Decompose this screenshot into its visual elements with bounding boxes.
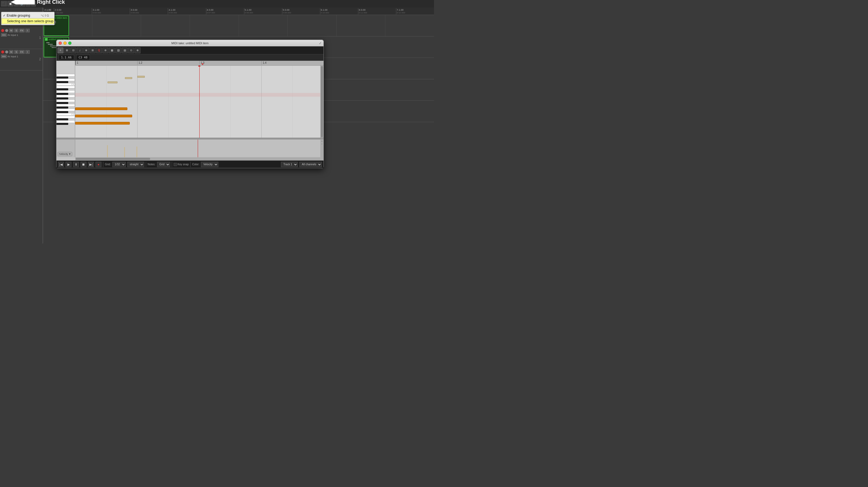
midi-tool-8[interactable]: ⊛ <box>102 48 108 53</box>
velocity-zoom-out[interactable]: − <box>321 143 323 145</box>
grid-select[interactable]: 1/32 1/16 1/8 <box>113 162 126 167</box>
midi-titlebar: MIDI take: untitled MIDI item ⤢ <box>57 40 323 46</box>
midi-tool-9[interactable]: ▦ <box>109 48 115 53</box>
track-s-btn-1[interactable]: S <box>14 29 19 32</box>
piano-key-c4[interactable]: C4 <box>57 83 75 86</box>
toolbar-btn-3[interactable]: ✂ <box>14 1 19 6</box>
piano-key-db3[interactable] <box>57 111 68 113</box>
track-in-label-2: IN <box>7 55 10 58</box>
transport-stop[interactable]: ⏹ <box>81 162 86 167</box>
piano-key-b2[interactable] <box>57 116 75 118</box>
toolbar-btn-2[interactable]: 🔲 <box>7 1 13 6</box>
midi-note-c3-2[interactable] <box>75 122 130 124</box>
midi-tool-12[interactable]: ⊙ <box>128 48 134 53</box>
midi-tool-11[interactable]: ▤ <box>122 48 128 53</box>
midi-tool-select[interactable]: ≡ <box>58 48 63 53</box>
minimize-btn[interactable] <box>63 41 67 45</box>
midi-tool-6[interactable]: ⊞ <box>90 48 95 53</box>
piano-key-bb2[interactable] <box>57 118 68 120</box>
piano-key-db4[interactable] <box>57 81 68 83</box>
midi-tool-music[interactable]: ♩ <box>77 48 83 53</box>
track-trim-btn-2[interactable]: trim <box>1 55 7 58</box>
track-controls-1: M S FX I <box>1 29 41 32</box>
toolbar-btn-5[interactable]: ↩ <box>26 1 31 6</box>
piano-key-d3[interactable] <box>57 109 75 111</box>
transport-play[interactable]: ▶ <box>66 162 71 167</box>
piano-key-eb3[interactable] <box>57 107 68 109</box>
straight-select[interactable]: straight <box>127 162 144 167</box>
grid-v-sub-1 <box>106 66 106 138</box>
close-btn[interactable] <box>59 41 62 45</box>
transport-pause[interactable]: ⏸ <box>73 162 79 167</box>
track-io-btn-1[interactable]: I <box>25 29 30 32</box>
piano-key-gb3[interactable] <box>57 97 68 99</box>
piano-key-ab3[interactable] <box>57 93 68 95</box>
track-io-btn-2[interactable]: I <box>25 50 30 54</box>
scroll-thumb-v[interactable] <box>321 66 323 137</box>
color-select[interactable]: Velocity <box>201 162 218 167</box>
midi-tool-erase[interactable]: ⊟ <box>70 48 76 53</box>
grid-col-3 <box>190 15 190 36</box>
piano-key-a3[interactable] <box>57 90 75 93</box>
record-btn-1[interactable] <box>1 29 4 32</box>
toolbar-btn-6[interactable]: ↪ <box>31 1 36 6</box>
midi-tool-13[interactable]: ⊕ <box>134 48 141 53</box>
piano-key-g3[interactable] <box>57 95 75 97</box>
volume-knob-2[interactable] <box>5 50 8 54</box>
midi-tool-draw[interactable]: ⊞ <box>64 48 70 53</box>
notes-select[interactable]: Grid <box>157 162 170 167</box>
piano-key-e3[interactable] <box>57 104 75 107</box>
track-m-btn-1[interactable]: M <box>9 29 13 32</box>
track-fx-btn-1[interactable]: FX <box>19 29 25 32</box>
midi-toolbar: ≡ ⊞ ⊟ ♩ ⊗ ⊞ Q ⊛ ▦ ▧ ▤ ⊙ ⊕ <box>57 46 323 54</box>
piano-key-bb3[interactable] <box>57 88 68 90</box>
track-select[interactable]: Track 1 <box>281 162 298 167</box>
context-menu-enable-grouping[interactable]: Enable grouping ⌥⇧G <box>1 13 54 18</box>
midi-note-bb2-1[interactable] <box>75 108 127 110</box>
piano-key-e4[interactable] <box>57 74 75 77</box>
toolbar-btn-4[interactable]: 🔗 <box>19 1 25 6</box>
midi-grid[interactable] <box>75 66 323 138</box>
midi-tool-10[interactable]: ▧ <box>115 48 121 53</box>
velocity-hscroll[interactable] <box>75 157 323 161</box>
piano-key-e3-black[interactable] <box>57 102 68 104</box>
resize-icon[interactable]: ⤢ <box>319 41 321 45</box>
context-menu-select-group[interactable]: Selecting one item selects group <box>1 18 54 24</box>
piano-key-c3[interactable]: C3 <box>57 113 75 116</box>
midi-tool-5[interactable]: ⊗ <box>83 48 89 53</box>
midi-note-beige-3[interactable] <box>137 76 145 78</box>
record-btn-2[interactable] <box>1 50 4 54</box>
velocity-zoom-in[interactable]: + <box>321 140 323 143</box>
midi-tool-q[interactable]: Q <box>96 48 102 53</box>
volume-knob-1[interactable] <box>5 29 8 32</box>
piano-key-b3[interactable] <box>57 86 75 88</box>
track-trim-btn-1[interactable]: trim <box>1 33 7 37</box>
transport-next[interactable]: ▶| <box>88 162 94 167</box>
scroll-v[interactable] <box>320 66 323 138</box>
midi-note-beige-1[interactable] <box>107 81 118 83</box>
track-m-btn-2[interactable]: M <box>9 50 13 54</box>
track-s-btn-2[interactable]: S <box>14 50 19 54</box>
midi-note-c3-1[interactable] <box>75 115 132 117</box>
key-snap-checkbox[interactable] <box>174 163 177 166</box>
toolbar-btn-1[interactable]: ⬛ <box>1 1 7 6</box>
midi-note-beige-2[interactable] <box>125 77 132 79</box>
channels-select[interactable]: All channels <box>300 162 322 167</box>
grid-col-4 <box>239 15 239 36</box>
ruler-mark-7: 5:3.000:09.000 <box>282 8 320 15</box>
maximize-btn[interactable] <box>68 41 71 45</box>
velocity-selector[interactable]: •Velocity ▼ <box>58 152 72 156</box>
piano-key-ab2[interactable] <box>57 123 68 125</box>
piano-key-f3[interactable] <box>57 99 75 102</box>
velocity-hscroll-thumb[interactable] <box>76 158 150 160</box>
key-snap-label[interactable]: Key snap <box>174 163 189 166</box>
piano-key-eb4[interactable] <box>57 77 68 79</box>
piano-key-d4[interactable] <box>57 79 75 81</box>
piano-keys: C4 <box>57 74 75 125</box>
piano-key-a2[interactable] <box>57 120 75 123</box>
velocity-bars-area <box>75 140 320 157</box>
ruler-beat-1-4: 1.4 <box>261 61 268 65</box>
transport-record[interactable]: ● <box>95 162 101 167</box>
transport-start[interactable]: |◀ <box>58 162 64 167</box>
track-fx-btn-2[interactable]: FX <box>19 50 25 54</box>
